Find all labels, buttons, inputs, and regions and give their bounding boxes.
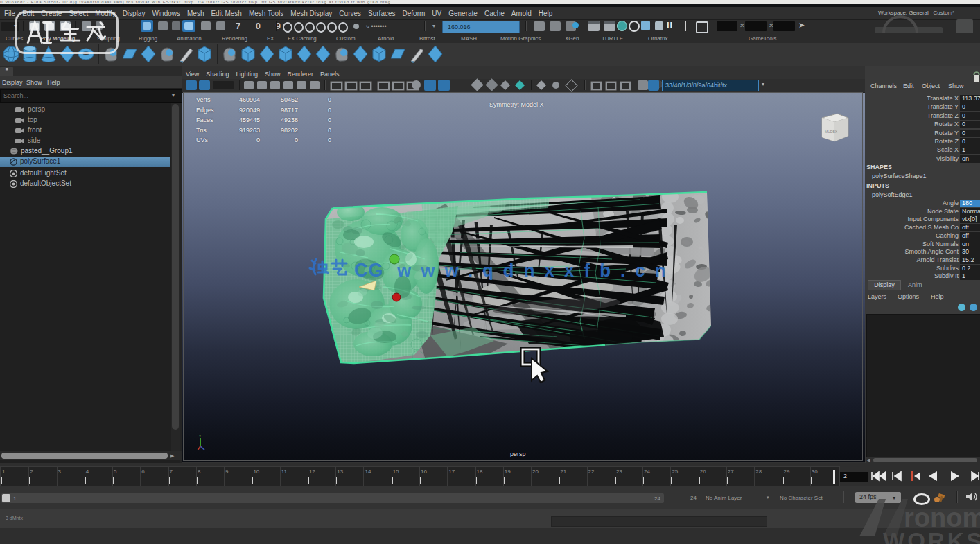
svg-text:MUDBX: MUDBX: [825, 130, 838, 134]
svg-text:CG: CG: [354, 260, 384, 281]
svg-text:persp: persp: [510, 450, 526, 457]
svg-text:www.qdnxxfb.cn: www.qdnxxfb.cn: [396, 260, 676, 281]
svg-text:y: y: [199, 433, 201, 437]
svg-text:WORKSH: WORKSH: [883, 528, 980, 544]
